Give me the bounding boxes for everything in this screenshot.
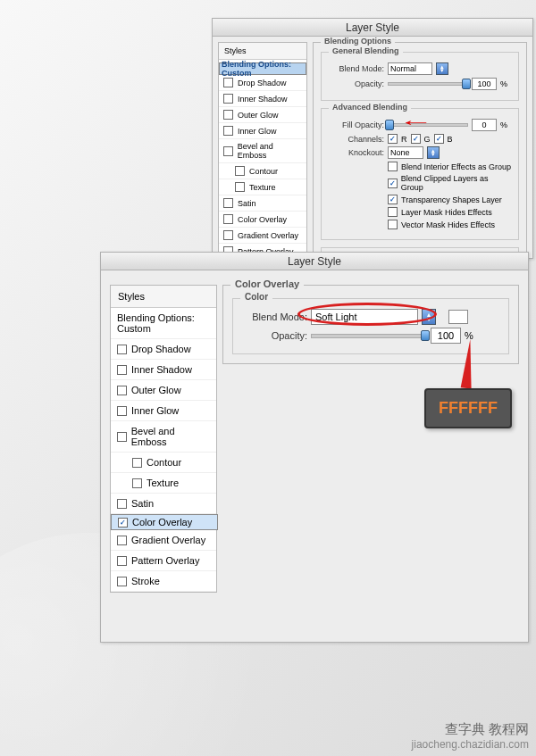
style-item[interactable]: Gradient Overlay	[111, 530, 216, 551]
style-checkbox[interactable]	[223, 214, 233, 224]
fill-opacity-label: Fill Opacity:	[329, 120, 384, 129]
blend-mode-arrows[interactable]: ▴▾	[436, 62, 448, 75]
style-item[interactable]: Color Overlay	[219, 212, 306, 228]
style-checkbox[interactable]	[117, 556, 127, 566]
style-label: Color Overlay	[238, 215, 287, 224]
knockout-arrows[interactable]: ▴▾	[427, 146, 440, 159]
style-checkbox[interactable]	[223, 230, 233, 240]
channel-r-checkbox[interactable]	[388, 134, 398, 144]
knockout-label: Knockout:	[329, 148, 384, 157]
style-label: Drop Shadow	[238, 79, 287, 87]
color-callout: FFFFFF	[424, 388, 512, 428]
style-label: Satin	[238, 199, 256, 208]
style-checkbox[interactable]	[235, 182, 245, 192]
style-item[interactable]: Contour	[219, 163, 306, 179]
style-label: Gradient Overlay	[238, 231, 298, 240]
option-label: Vector Mask Hides Effects	[401, 220, 495, 229]
style-checkbox[interactable]	[117, 577, 127, 586]
style-item[interactable]: Bevel and Emboss	[219, 139, 306, 163]
style-item[interactable]: Texture	[219, 179, 306, 195]
style-item[interactable]: Inner Glow	[111, 401, 216, 421]
style-checkbox[interactable]	[132, 478, 142, 488]
option-checkbox[interactable]	[388, 220, 398, 229]
knockout-select[interactable]: None	[388, 146, 423, 159]
layer-style-panel-1: Layer Style Styles Blending Options: Cus…	[212, 18, 533, 259]
style-checkbox[interactable]	[132, 458, 142, 468]
style-item[interactable]: Satin	[111, 494, 216, 514]
style-checkbox[interactable]	[117, 432, 127, 442]
style-label: Bevel and Emboss	[238, 142, 302, 160]
blending-options-legend: Blending Options	[321, 37, 395, 46]
style-checkbox[interactable]	[117, 499, 127, 509]
style-label: Pattern Overlay	[131, 555, 199, 566]
style-checkbox[interactable]	[223, 94, 233, 104]
style-label: Satin	[131, 498, 154, 509]
pct: %	[500, 120, 507, 129]
style-label: Outer Glow	[131, 385, 181, 395]
style-item[interactable]: Pattern Overlay	[111, 551, 216, 571]
style-item[interactable]: Color Overlay	[111, 514, 218, 530]
style-checkbox[interactable]	[223, 110, 233, 120]
style-item[interactable]: Satin	[219, 195, 306, 212]
style-item[interactable]: Inner Shadow	[219, 91, 306, 107]
style-checkbox[interactable]	[117, 386, 127, 395]
style-item[interactable]: Bevel and Emboss	[111, 421, 216, 453]
opacity-slider-2[interactable]	[311, 334, 427, 338]
opacity-slider[interactable]	[388, 82, 468, 86]
style-item[interactable]: Stroke	[111, 571, 216, 592]
channel-g-checkbox[interactable]	[411, 134, 421, 144]
style-label: Drop Shadow	[131, 344, 191, 354]
style-checkbox[interactable]	[223, 198, 233, 208]
color-swatch[interactable]	[448, 310, 468, 324]
style-item[interactable]: Gradient Overlay	[219, 228, 306, 244]
style-checkbox[interactable]	[118, 518, 128, 528]
style-item[interactable]: Contour	[111, 453, 216, 473]
style-item[interactable]: Texture	[111, 473, 216, 494]
option-checkbox[interactable]	[388, 207, 398, 217]
style-checkbox[interactable]	[223, 126, 233, 136]
style-checkbox[interactable]	[117, 406, 127, 416]
style-checkbox[interactable]	[235, 166, 245, 176]
style-label: Color Overlay	[132, 517, 192, 528]
style-label: Blending Options: Custom	[222, 60, 304, 78]
style-item[interactable]: Blending Options: Custom	[111, 308, 216, 339]
style-label: Bevel and Emboss	[131, 426, 210, 447]
channels-label: Channels:	[329, 135, 384, 144]
blend-mode-select-2[interactable]: Soft Light	[311, 309, 418, 325]
blend-mode-select[interactable]: Normal	[388, 62, 432, 75]
style-checkbox[interactable]	[117, 536, 127, 545]
watermark-title: 查字典 教程网	[412, 721, 529, 738]
style-item[interactable]: Inner Glow	[219, 123, 306, 139]
style-checkbox[interactable]	[117, 365, 127, 375]
style-checkbox[interactable]	[117, 345, 127, 354]
fill-opacity-input[interactable]	[472, 119, 497, 131]
channel-b-checkbox[interactable]	[434, 134, 444, 144]
style-label: Inner Glow	[131, 405, 179, 416]
style-label: Gradient Overlay	[131, 535, 205, 545]
style-item[interactable]: Inner Shadow	[111, 360, 216, 380]
style-label: Inner Glow	[238, 127, 277, 136]
option-checkbox[interactable]	[388, 195, 398, 204]
channel-r: R	[401, 135, 407, 144]
option-checkbox[interactable]	[388, 179, 398, 188]
blend-mode-label-2: Blend Mode:	[240, 312, 307, 322]
opacity-label: Opacity:	[329, 79, 384, 88]
style-checkbox[interactable]	[223, 78, 233, 87]
opacity-input-2[interactable]	[431, 328, 461, 344]
option-label: Transparency Shapes Layer	[401, 195, 502, 204]
style-label: Contour	[249, 167, 278, 176]
style-item[interactable]: Drop Shadow	[111, 339, 216, 360]
style-item[interactable]: Blending Options: Custom	[219, 62, 306, 75]
style-label: Contour	[147, 457, 181, 468]
style-item[interactable]: Outer Glow	[111, 380, 216, 401]
arrow-annotation: ←	[398, 113, 433, 132]
opacity-input[interactable]	[472, 78, 497, 90]
style-checkbox[interactable]	[223, 146, 233, 156]
option-checkbox[interactable]	[388, 162, 398, 171]
watermark-url: jiaocheng.chazidian.com	[412, 738, 529, 751]
layer-style-panel-2: Layer Style Styles Blending Options: Cus…	[100, 252, 529, 643]
style-label: Stroke	[131, 576, 160, 586]
styles-header: Styles	[219, 43, 306, 60]
blend-mode-arrows-2[interactable]: ▴▾	[422, 309, 436, 325]
style-item[interactable]: Outer Glow	[219, 107, 306, 123]
